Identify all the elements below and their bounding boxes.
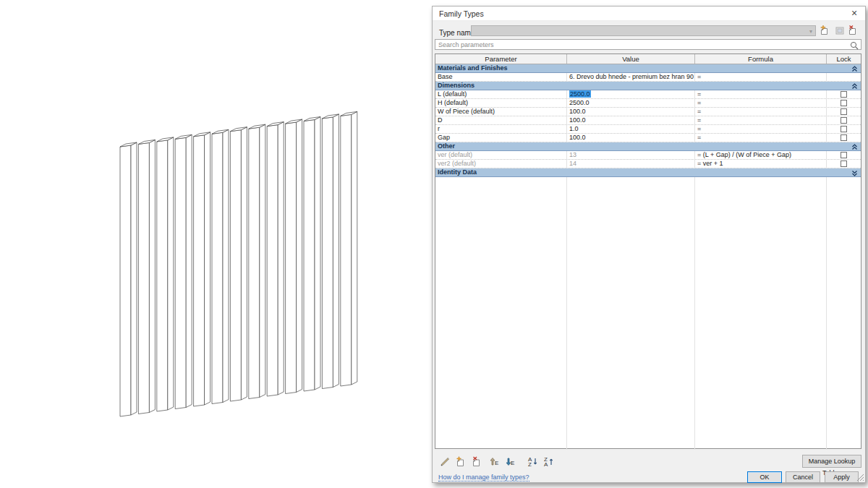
new-type-button[interactable]: [820, 25, 831, 36]
svg-text:A: A: [544, 461, 548, 468]
parameter-name-cell: ver2 (default): [435, 160, 567, 168]
parameter-formula-cell[interactable]: =: [695, 116, 827, 124]
parameter-value-cell[interactable]: 2500.0: [567, 90, 695, 98]
slat-face: [205, 132, 210, 405]
slat-face: [297, 119, 302, 392]
parameter-formula-cell[interactable]: =: [695, 125, 827, 133]
family-types-dialog: Family Types × Type name: ▾: [432, 6, 866, 483]
column-header-value: Value: [567, 54, 695, 64]
slat-face: [249, 127, 260, 398]
search-icon: [849, 40, 859, 51]
selected-value-text[interactable]: 2500.0: [569, 90, 591, 98]
section-header-row[interactable]: Materials and Finishes: [435, 64, 861, 73]
parameter-row: D 100.0 =: [435, 116, 861, 125]
chevron-down-icon: ▾: [809, 28, 812, 35]
svg-text:E: E: [495, 460, 498, 466]
parameter-row: H (default) 2500.0 =: [435, 99, 861, 108]
parameter-lock-cell: [827, 73, 861, 81]
section-header-row[interactable]: Identity Data: [435, 168, 861, 177]
parameter-value-cell[interactable]: 100.0: [567, 134, 695, 142]
parameter-formula-cell[interactable]: =: [695, 73, 827, 81]
rename-icon: [834, 25, 846, 36]
lock-checkbox[interactable]: [841, 160, 847, 167]
parameter-lock-cell: [827, 90, 861, 98]
parameter-formula-cell[interactable]: = ver + 1: [695, 160, 827, 168]
cancel-button[interactable]: Cancel: [786, 471, 820, 483]
slat-face: [286, 122, 297, 393]
section-header-row[interactable]: Dimensions: [435, 82, 861, 90]
section-header-row[interactable]: Other: [435, 142, 861, 151]
column-header-parameter: Parameter: [435, 54, 567, 64]
collapse-chevron-icon[interactable]: [851, 170, 858, 176]
parameter-value-cell[interactable]: 100.0: [567, 116, 695, 124]
slat-face: [138, 142, 149, 414]
sort-descending-button[interactable]: Z A: [543, 455, 556, 468]
new-parameter-button[interactable]: [455, 455, 467, 468]
slat-face: [260, 124, 265, 397]
parameter-name-cell: H (default): [435, 99, 567, 107]
parameter-row: Base 6. Drevo dub hnede - premium bez hr…: [435, 73, 861, 82]
collapse-chevron-icon[interactable]: [851, 144, 858, 150]
slat-face: [230, 130, 241, 401]
lock-checkbox[interactable]: [841, 134, 847, 141]
apply-button[interactable]: Apply: [825, 471, 859, 483]
rename-type-button[interactable]: [834, 25, 846, 36]
slat-face: [304, 120, 315, 392]
parameter-formula-cell[interactable]: = (L + Gap) / (W of Piece + Gap): [695, 151, 827, 159]
parameter-value-cell[interactable]: 13: [567, 151, 695, 159]
delete-parameter-button[interactable]: [471, 455, 483, 468]
help-link[interactable]: How do I manage family types?: [438, 474, 529, 481]
slat-model-3d-view: [87, 94, 391, 434]
delete-type-button[interactable]: [848, 25, 859, 36]
search-placeholder: Search parameters: [438, 41, 494, 48]
slat-face: [212, 132, 223, 403]
svg-text:Z: Z: [528, 461, 532, 468]
slat-face: [175, 137, 186, 408]
parameter-name-cell: Base: [435, 73, 567, 81]
type-name-select[interactable]: ▾: [471, 25, 816, 36]
parameter-formula-cell[interactable]: =: [695, 90, 827, 98]
lock-checkbox[interactable]: [841, 100, 847, 106]
lock-checkbox[interactable]: [841, 91, 847, 98]
ok-button[interactable]: OK: [747, 471, 782, 483]
collapse-chevron-icon[interactable]: [851, 83, 858, 90]
slat-face: [278, 122, 284, 395]
parameter-name-cell: D: [435, 116, 567, 124]
resize-grip[interactable]: [856, 474, 864, 481]
sort-ascending-button[interactable]: A Z: [527, 455, 540, 468]
collapse-chevron-icon[interactable]: [851, 66, 858, 72]
new-document-icon: [820, 25, 831, 36]
parameter-value-cell[interactable]: 2500.0: [567, 99, 695, 107]
parameter-lock-cell: [827, 160, 861, 168]
section-label: Identity Data: [435, 168, 861, 176]
parameter-value-cell[interactable]: 14: [567, 160, 695, 168]
parameter-value-cell[interactable]: 6. Drevo dub hnede - premium bez hran 90: [567, 73, 695, 81]
lock-checkbox[interactable]: [841, 108, 847, 115]
parameter-value-cell[interactable]: 1.0: [567, 125, 695, 133]
search-parameters-input[interactable]: Search parameters: [435, 39, 861, 50]
column-header-lock: Lock: [827, 54, 861, 64]
parameter-value-cell[interactable]: 100.0: [567, 108, 695, 116]
close-icon[interactable]: ×: [843, 7, 865, 21]
slat-face: [223, 129, 229, 402]
svg-text:E: E: [511, 460, 514, 466]
lock-checkbox[interactable]: [841, 117, 847, 124]
slat-face: [168, 137, 174, 410]
parameter-formula-cell[interactable]: =: [695, 99, 827, 107]
move-parameter-up-button[interactable]: E: [487, 455, 499, 468]
parameter-formula-cell[interactable]: =: [695, 134, 827, 142]
section-label: Materials and Finishes: [435, 64, 861, 72]
edit-parameter-button[interactable]: [439, 455, 451, 468]
section-label: Dimensions: [435, 82, 861, 90]
slat-face: [333, 114, 339, 388]
delete-document-icon: [848, 25, 859, 36]
parameter-lock-cell: [827, 134, 861, 142]
parameter-formula-cell[interactable]: =: [695, 108, 827, 116]
slat-face: [352, 111, 357, 385]
manage-lookup-tables-button[interactable]: Manage Lookup Tables: [802, 455, 861, 468]
slat-face: [315, 117, 320, 390]
move-parameter-down-button[interactable]: E: [503, 455, 515, 468]
parameter-lock-cell: [827, 116, 861, 124]
lock-checkbox[interactable]: [841, 126, 847, 132]
lock-checkbox[interactable]: [841, 152, 847, 158]
